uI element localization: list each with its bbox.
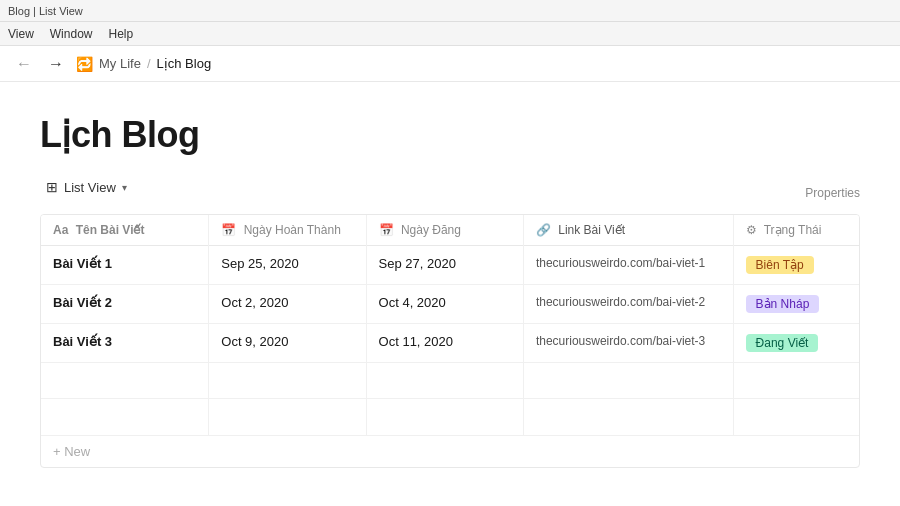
row3-name[interactable]: Bài Viết 3 — [41, 324, 209, 363]
properties-button[interactable]: Properties — [805, 186, 860, 200]
status-badge-ban-nhap[interactable]: Bản Nháp — [746, 295, 820, 313]
back-button[interactable]: ← — [12, 53, 36, 75]
row2-status: Bản Nháp — [733, 285, 859, 324]
table-row: Bài Viết 3 Oct 9, 2020 Oct 11, 2020 thec… — [41, 324, 859, 363]
table-row: Bài Viết 1 Sep 25, 2020 Sep 27, 2020 the… — [41, 246, 859, 285]
row2-date2: Oct 4, 2020 — [366, 285, 523, 324]
row1-date1: Sep 25, 2020 — [209, 246, 366, 285]
row2-name[interactable]: Bài Viết 2 — [41, 285, 209, 324]
row1-status: Biên Tập — [733, 246, 859, 285]
breadcrumb: 🔁 My Life / Lịch Blog — [76, 56, 211, 72]
chevron-down-icon: ▾ — [122, 182, 127, 193]
row3-status: Đang Viết — [733, 324, 859, 363]
main-content: Lịch Blog ⊞ List View ▾ Properties Aa Tê… — [0, 82, 900, 488]
col-header-date1[interactable]: 📅 Ngày Hoàn Thành — [209, 215, 366, 246]
view-label: List View — [64, 180, 116, 195]
col-icon-name: Aa — [53, 223, 68, 237]
breadcrumb-parent[interactable]: My Life — [99, 56, 141, 71]
table-header-row: Aa Tên Bài Viết 📅 Ngày Hoàn Thành 📅 Ngày… — [41, 215, 859, 246]
row1-link[interactable]: thecuriousweirdo.com/bai-viet-1 — [523, 246, 733, 285]
breadcrumb-separator: / — [147, 56, 151, 71]
view-list-icon: ⊞ — [46, 179, 58, 195]
col-header-status[interactable]: ⚙ Trạng Thái — [733, 215, 859, 246]
breadcrumb-current: Lịch Blog — [157, 56, 212, 71]
view-selector[interactable]: ⊞ List View ▾ — [40, 176, 133, 198]
menu-help[interactable]: Help — [108, 27, 133, 41]
table-row: Bài Viết 2 Oct 2, 2020 Oct 4, 2020 thecu… — [41, 285, 859, 324]
col-header-name[interactable]: Aa Tên Bài Viết — [41, 215, 209, 246]
col-header-date2[interactable]: 📅 Ngày Đăng — [366, 215, 523, 246]
col-icon-date1: 📅 — [221, 223, 236, 237]
title-bar: Blog | List View — [0, 0, 900, 22]
title-bar-text: Blog | List View — [8, 5, 83, 17]
row1-date2: Sep 27, 2020 — [366, 246, 523, 285]
new-row-button[interactable]: + New — [41, 435, 859, 467]
forward-button[interactable]: → — [44, 53, 68, 75]
status-badge-bien-tap[interactable]: Biên Tập — [746, 256, 814, 274]
breadcrumb-icon: 🔁 — [76, 56, 93, 72]
menu-bar: View Window Help — [0, 22, 900, 46]
col-header-link[interactable]: 🔗 Link Bài Viết — [523, 215, 733, 246]
row2-date1: Oct 2, 2020 — [209, 285, 366, 324]
row3-date2: Oct 11, 2020 — [366, 324, 523, 363]
data-table: Aa Tên Bài Viết 📅 Ngày Hoàn Thành 📅 Ngày… — [40, 214, 860, 468]
row3-link[interactable]: thecuriousweirdo.com/bai-viet-3 — [523, 324, 733, 363]
row1-name[interactable]: Bài Viết 1 — [41, 246, 209, 285]
page-title: Lịch Blog — [40, 114, 860, 156]
menu-view[interactable]: View — [8, 27, 34, 41]
col-icon-date2: 📅 — [379, 223, 394, 237]
menu-window[interactable]: Window — [50, 27, 93, 41]
row3-date1: Oct 9, 2020 — [209, 324, 366, 363]
status-badge-dang-viet[interactable]: Đang Viết — [746, 334, 819, 352]
row2-link[interactable]: thecuriousweirdo.com/bai-viet-2 — [523, 285, 733, 324]
col-icon-status: ⚙ — [746, 223, 757, 237]
empty-row — [41, 399, 859, 435]
col-icon-link: 🔗 — [536, 223, 551, 237]
empty-row — [41, 363, 859, 399]
nav-bar: ← → 🔁 My Life / Lịch Blog — [0, 46, 900, 82]
